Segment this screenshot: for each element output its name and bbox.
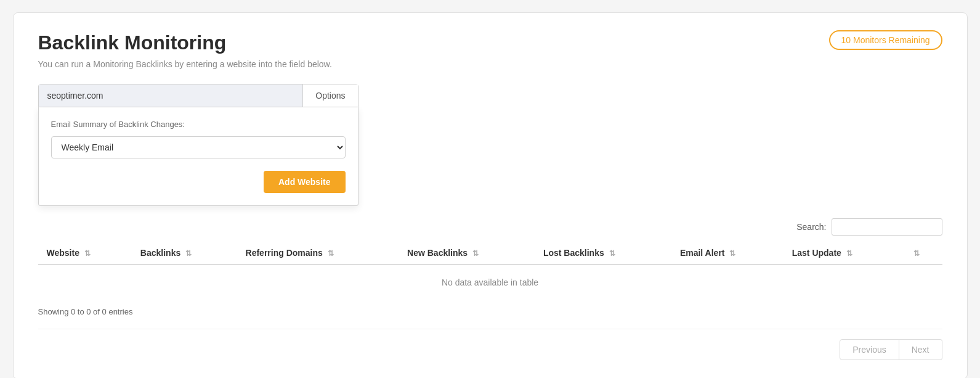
col-backlinks-label: Backlinks — [140, 248, 180, 258]
table-header-row: Website ⇅ Backlinks ⇅ Referring Domains … — [38, 242, 942, 265]
page-subtitle: You can run a Monitoring Backlinks by en… — [38, 59, 942, 69]
next-button[interactable]: Next — [899, 339, 942, 360]
search-input[interactable] — [832, 218, 942, 236]
col-referring-domains-label: Referring Domains — [246, 248, 323, 258]
monitors-remaining-text: 10 Monitors Remaining — [841, 35, 930, 45]
previous-label: Previous — [852, 345, 886, 355]
options-tab-button[interactable]: Options — [302, 84, 357, 107]
options-tab-label: Options — [315, 91, 345, 101]
sort-icon-referring: ⇅ — [328, 249, 334, 258]
col-lost-backlinks-label: Lost Backlinks — [543, 248, 604, 258]
col-last-update-label: Last Update — [792, 248, 841, 258]
previous-button[interactable]: Previous — [840, 339, 899, 360]
no-data-cell: No data available in table — [38, 265, 942, 300]
data-table: Website ⇅ Backlinks ⇅ Referring Domains … — [38, 242, 942, 300]
pagination-bar: Previous Next — [38, 329, 942, 360]
url-input[interactable] — [39, 84, 303, 107]
col-backlinks: Backlinks ⇅ — [132, 242, 237, 265]
col-email-alert-label: Email Alert — [680, 248, 725, 258]
no-data-row: No data available in table — [38, 265, 942, 300]
add-website-button[interactable]: Add Website — [264, 171, 346, 193]
sort-icon-website: ⇅ — [84, 249, 91, 258]
sort-icon-new-backlinks: ⇅ — [472, 249, 479, 258]
sort-icon-last-update: ⇅ — [846, 249, 852, 258]
page-wrapper: 10 Monitors Remaining Backlink Monitorin… — [13, 12, 968, 378]
search-label: Search: — [796, 222, 826, 232]
table-body: No data available in table — [38, 265, 942, 300]
col-new-backlinks-label: New Backlinks — [407, 248, 468, 258]
dropdown-panel: Email Summary of Backlink Changes: Daily… — [38, 107, 358, 206]
col-email-alert: Email Alert ⇅ — [671, 242, 784, 265]
table-top-bar: Search: — [38, 218, 942, 236]
input-tabs-row: Options — [38, 84, 358, 107]
col-last-update: Last Update ⇅ — [784, 242, 902, 265]
table-section: Search: Website ⇅ Backlinks ⇅ Referring … — [38, 218, 942, 316]
sort-icon-actions: ⇅ — [913, 249, 920, 258]
showing-text: Showing 0 to 0 of 0 entries — [38, 307, 942, 316]
col-website: Website ⇅ — [38, 242, 132, 265]
table-head: Website ⇅ Backlinks ⇅ Referring Domains … — [38, 242, 942, 265]
col-lost-backlinks: Lost Backlinks ⇅ — [535, 242, 671, 265]
email-label: Email Summary of Backlink Changes: — [51, 120, 346, 129]
col-new-backlinks: New Backlinks ⇅ — [399, 242, 535, 265]
page-title: Backlink Monitoring — [38, 31, 942, 54]
next-label: Next — [912, 345, 929, 355]
add-website-label: Add Website — [278, 177, 331, 187]
col-actions: ⇅ — [902, 242, 942, 265]
monitors-badge: 10 Monitors Remaining — [829, 30, 942, 50]
input-panel: Options Email Summary of Backlink Change… — [38, 84, 358, 206]
sort-icon-email-alert: ⇅ — [729, 249, 735, 258]
sort-icon-backlinks: ⇅ — [185, 249, 192, 258]
email-frequency-select[interactable]: Daily Email Weekly Email Monthly Email N… — [51, 136, 346, 158]
col-referring-domains: Referring Domains ⇅ — [237, 242, 399, 265]
sort-icon-lost-backlinks: ⇅ — [609, 249, 615, 258]
